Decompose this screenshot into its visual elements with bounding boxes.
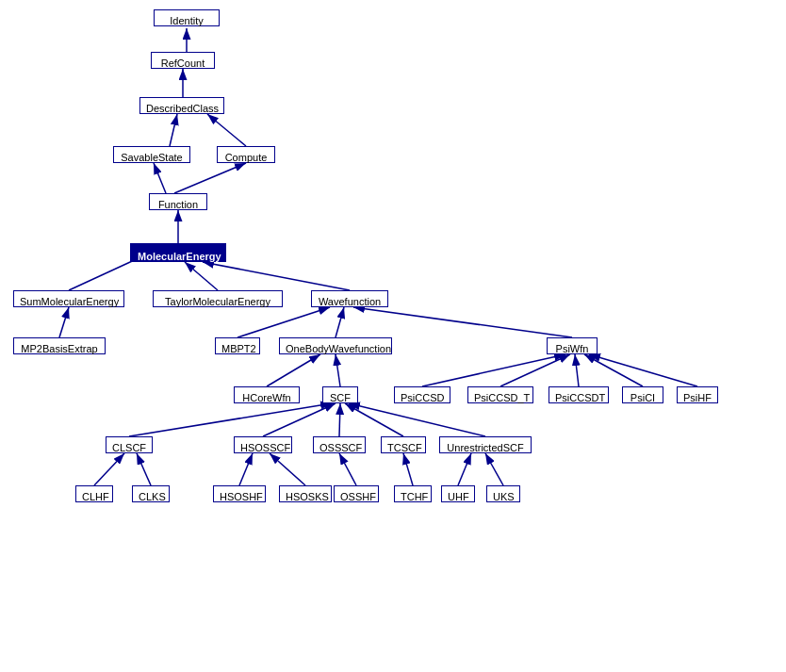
svg-line-6 (174, 163, 246, 193)
svg-line-25 (349, 403, 485, 436)
node-tcscf: TCSCF (381, 436, 426, 453)
svg-line-33 (485, 453, 503, 485)
svg-line-18 (575, 354, 579, 386)
svg-line-24 (345, 403, 403, 436)
node-clks: CLKS (132, 485, 170, 502)
svg-line-23 (339, 403, 340, 436)
node-hsosscf: HSOSSCF (234, 436, 292, 453)
svg-line-21 (129, 403, 332, 436)
svg-line-22 (263, 403, 336, 436)
svg-line-34 (59, 307, 69, 337)
node-clscf: CLSCF (106, 436, 153, 453)
node-psihf: PsiHF (677, 386, 718, 403)
node-compute: Compute (217, 146, 275, 163)
svg-line-26 (94, 453, 124, 485)
node-identity: Identity (154, 9, 220, 26)
svg-line-17 (500, 354, 570, 386)
node-psiccsdt: PsiCCSDT (549, 386, 609, 403)
node-uks: UKS (486, 485, 520, 502)
node-mbpt2: MBPT2 (215, 337, 260, 354)
svg-line-15 (336, 354, 340, 386)
node-savablestate: SavableState (113, 146, 190, 163)
svg-line-10 (203, 262, 350, 290)
node-clhf: CLHF (75, 485, 113, 502)
svg-line-3 (170, 114, 177, 146)
node-hsoshf: HSOSHF (213, 485, 266, 502)
svg-line-16 (422, 354, 565, 386)
class-diagram: IdentityRefCountDescribedClassSavableSta… (0, 0, 786, 672)
svg-line-20 (589, 354, 697, 386)
svg-line-5 (154, 163, 166, 193)
node-tchf: TCHF (394, 485, 432, 502)
node-describedclass: DescribedClass (139, 97, 224, 114)
svg-line-31 (403, 453, 413, 485)
node-hsosks: HSOSKS (279, 485, 332, 502)
node-psiccsd_t: PsiCCSD_T (467, 386, 533, 403)
node-taylormolecularenergy: TaylorMolecularEnergy (153, 290, 283, 307)
svg-line-11 (237, 307, 330, 337)
svg-line-12 (336, 307, 344, 337)
node-molecularenergy: MolecularEnergy (130, 243, 226, 262)
svg-line-19 (584, 354, 643, 386)
node-refcount: RefCount (151, 52, 215, 69)
svg-line-9 (185, 262, 218, 290)
svg-line-4 (207, 114, 246, 146)
node-unrestrictedscf: UnrestrictedSCF (439, 436, 532, 453)
svg-line-30 (339, 453, 356, 485)
node-scf: SCF (322, 386, 358, 403)
svg-line-29 (270, 453, 305, 485)
node-psiccsd: PsiCCSD (394, 386, 450, 403)
node-hcorewfn: HCoreWfn (234, 386, 300, 403)
node-psiwfn: PsiWfn (547, 337, 598, 354)
svg-line-14 (267, 354, 320, 386)
svg-line-27 (137, 453, 151, 485)
node-function: Function (149, 193, 207, 210)
node-summolecularenergy: SumMolecularEnergy (13, 290, 124, 307)
node-onebodywavefunction: OneBodyWavefunction (279, 337, 392, 354)
node-mp2basisextrap: MP2BasisExtrap (13, 337, 106, 354)
node-uhf: UHF (441, 485, 475, 502)
svg-line-32 (458, 453, 471, 485)
node-wavefunction: Wavefunction (311, 290, 388, 307)
node-ossscf: OSSSCF (313, 436, 366, 453)
svg-line-28 (239, 453, 253, 485)
node-psici: PsiCI (622, 386, 663, 403)
svg-line-13 (353, 307, 572, 337)
node-osshf: OSSHF (334, 485, 379, 502)
